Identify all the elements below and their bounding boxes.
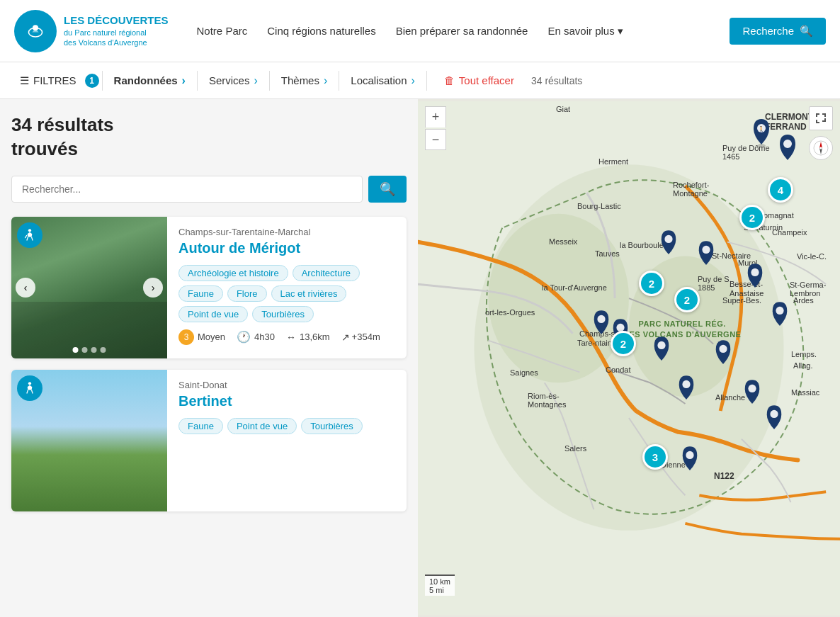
marker-hiker-salers[interactable]	[680, 446, 700, 473]
svg-point-12	[664, 235, 672, 243]
divider-1	[102, 71, 103, 91]
map-scale: 10 km 5 mi	[425, 574, 455, 596]
dot-1-4	[101, 347, 106, 353]
map-background: CLERMONT- FERRAND Herment Giat Bourg-Las…	[418, 99, 840, 617]
card-1-image: ‹ ›	[11, 217, 167, 358]
svg-point-2	[28, 229, 31, 232]
chevron-down-icon: ▾	[618, 25, 623, 38]
search-button-label: Recherche	[742, 25, 794, 37]
card-1-next-button[interactable]: ›	[143, 278, 163, 298]
marker-hiker-1[interactable]: 🚶	[751, 119, 772, 147]
card-1-prev-button[interactable]: ‹	[16, 278, 35, 298]
svg-point-21	[748, 385, 756, 392]
zoom-in-button[interactable]: +	[425, 106, 446, 128]
search-input[interactable]	[11, 176, 363, 203]
filter-themes[interactable]: Thèmes ›	[273, 70, 336, 91]
tag-2-tourbieres[interactable]: Tourbières	[301, 418, 363, 434]
marker-hiker-2[interactable]	[777, 135, 798, 163]
svg-point-19	[719, 345, 727, 353]
divider-2	[197, 71, 198, 91]
chevron-right-icon: ›	[182, 74, 186, 87]
cluster-2c[interactable]: 2	[611, 331, 636, 356]
marker-hiker-bottom-right[interactable]	[742, 380, 762, 407]
divider-3	[269, 71, 270, 91]
filter-bar: ☰ FILTRES 1 Randonnées › Services › Thèm…	[0, 62, 840, 99]
cluster-4[interactable]: 4	[768, 177, 793, 203]
tag-flore[interactable]: Flore	[227, 285, 267, 302]
card-2-hiker-icon	[17, 375, 42, 401]
logo[interactable]: LES DÉCOUVERTES du Parc naturel régional…	[14, 10, 169, 52]
filter-services[interactable]: Services ›	[200, 70, 266, 91]
header: LES DÉCOUVERTES du Parc naturel régional…	[0, 0, 840, 62]
map-controls: + −	[425, 106, 446, 150]
clear-filters-button[interactable]: 🗑 Tout effacer	[436, 70, 523, 91]
marker-hiker-besse[interactable]	[745, 264, 765, 290]
card-1-title[interactable]: Autour de Mérigot	[178, 240, 395, 256]
card-1-location: Champs-sur-Tarentaine-Marchal	[178, 227, 395, 237]
trash-icon: 🗑	[444, 74, 455, 86]
card-2-title[interactable]: Bertinet	[178, 393, 395, 409]
results-title: 34 résultats trouvés	[11, 113, 407, 162]
stat-duration: 🕐 4h30	[237, 330, 275, 344]
marker-hiker-bottom[interactable]	[676, 375, 696, 402]
tag-architecture[interactable]: Architecture	[293, 265, 360, 281]
nav-notre-parc[interactable]: Notre Parc	[197, 25, 248, 37]
card-2-content: Saint-Donat Bertinet Faune Point de vue …	[167, 370, 407, 511]
search-submit-icon: 🔍	[380, 182, 395, 196]
search-icon: 🔍	[800, 25, 813, 38]
search-button[interactable]: Recherche 🔍	[730, 18, 826, 45]
tag-tourbieres[interactable]: Tourbières	[252, 306, 314, 322]
marker-hiker-allanche[interactable]	[764, 405, 784, 432]
search-bar: 🔍	[11, 176, 407, 203]
marker-hiker-nectaire[interactable]	[696, 241, 716, 268]
marker-hiker-right[interactable]	[652, 336, 671, 363]
tag-point-vue[interactable]: Point de vue	[178, 306, 248, 322]
card-1-content: Champs-sur-Tarentaine-Marchal Autour de …	[167, 217, 407, 358]
card-2-location: Saint-Donat	[178, 380, 395, 390]
card-1-stats: 3 Moyen 🕐 4h30 ↔ 13,6km ↗ +354m	[178, 329, 395, 345]
svg-point-15	[776, 307, 783, 315]
map-area: CLERMONT- FERRAND Herment Giat Bourg-Las…	[418, 99, 840, 617]
divider-4	[339, 71, 339, 91]
search-submit-button[interactable]: 🔍	[368, 176, 407, 203]
svg-point-14	[751, 268, 759, 276]
difficulty-icon: 3	[178, 329, 194, 345]
marker-hiker-super-besse[interactable]	[770, 302, 790, 329]
svg-point-22	[686, 451, 693, 459]
nav-en-savoir-plus[interactable]: En savoir plus ▾	[547, 25, 623, 38]
main-layout: 34 résultats trouvés 🔍	[0, 99, 840, 617]
stat-elevation: ↗ +354m	[341, 332, 380, 343]
svg-point-13	[702, 246, 710, 254]
svg-point-23	[770, 410, 778, 418]
tag-faune[interactable]: Faune	[178, 285, 223, 302]
marker-hiker-riom[interactable]	[713, 340, 733, 367]
svg-point-16	[597, 315, 605, 323]
chevron-right-icon-2: ›	[254, 74, 257, 87]
card-2-image	[11, 370, 167, 511]
cluster-2b[interactable]: 2	[674, 287, 700, 312]
cluster-2a[interactable]: 2	[739, 205, 765, 230]
nav-bien-preparer[interactable]: Bien préparer sa randonnée	[396, 25, 528, 37]
chevron-right-icon-3: ›	[324, 74, 327, 87]
tag-lac[interactable]: Lac et rivières	[271, 285, 347, 302]
zoom-out-button[interactable]: −	[425, 129, 446, 150]
card-1-hiker-icon	[17, 222, 42, 248]
card-2-tags: Faune Point de vue Tourbières	[178, 418, 395, 434]
svg-point-18	[657, 341, 665, 349]
marker-hiker-bourboule[interactable]	[659, 230, 679, 257]
tag-2-point-vue[interactable]: Point de vue	[227, 418, 297, 434]
filters-toggle[interactable]: ☰ FILTRES	[11, 70, 85, 91]
marker-hiker-condat[interactable]	[591, 310, 611, 337]
cluster-3[interactable]: 3	[642, 444, 668, 470]
map-expand-button[interactable]	[809, 106, 833, 130]
card-1-dots	[73, 347, 106, 353]
tag-archeo[interactable]: Archéologie et histoire	[178, 265, 288, 281]
filter-randonnees[interactable]: Randonnées ›	[106, 70, 194, 91]
nav-cinq-regions[interactable]: Cinq régions naturelles	[267, 25, 375, 37]
svg-text:🚶: 🚶	[758, 125, 765, 132]
map-compass[interactable]	[809, 136, 833, 160]
results-count: 34 résultats	[531, 75, 582, 86]
tag-2-faune[interactable]: Faune	[178, 418, 223, 434]
cluster-2d[interactable]: 2	[639, 271, 664, 296]
filter-localisation[interactable]: Localisation ›	[342, 70, 424, 91]
